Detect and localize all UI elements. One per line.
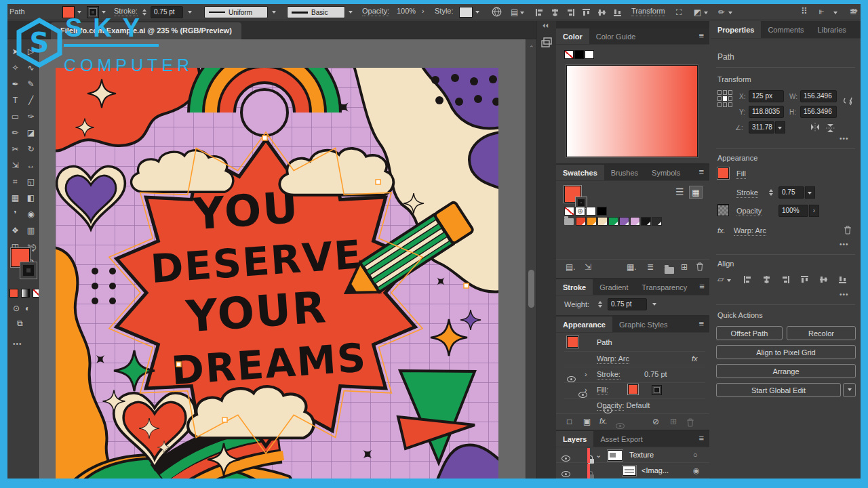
add-new-fill-icon[interactable]: ▣	[583, 417, 591, 426]
appearance-stroke-chip[interactable]	[652, 385, 662, 395]
opacity-panel-launcher[interactable]: ›	[422, 7, 425, 15]
stroke-color-swatch[interactable]	[87, 6, 99, 18]
transform-link[interactable]: Transform	[631, 7, 665, 16]
props-fill-label[interactable]: Fill	[736, 169, 746, 179]
reference-point-locator[interactable]	[717, 90, 732, 107]
fill-dropdown-icon[interactable]	[77, 11, 81, 16]
layer-row-image1[interactable]: <Imag... ◉	[556, 464, 709, 479]
tab-libraries[interactable]: Libraries	[811, 21, 853, 38]
swatch-color-2[interactable]	[597, 217, 608, 226]
line-segment-tool[interactable]: ╱	[23, 92, 39, 108]
duplicate-item-icon[interactable]: ⊞	[670, 417, 677, 426]
width-profile-select[interactable]: Uniform	[204, 6, 268, 18]
fill-expand-icon[interactable]: ›	[585, 386, 587, 394]
swatch-white[interactable]	[586, 207, 596, 216]
document-setup-icon[interactable]: ▤	[511, 7, 518, 17]
stroke-dropdown-icon[interactable]	[102, 11, 106, 16]
props-opacity-panel-launcher[interactable]: ›	[809, 205, 819, 217]
swatch-registration[interactable]: ⊕	[575, 207, 585, 216]
arrange-button[interactable]: Arrange	[716, 364, 856, 378]
clear-appearance-icon[interactable]: ⊘	[652, 417, 659, 426]
swatch-color-5[interactable]	[630, 217, 640, 226]
stroke-color-indicator[interactable]	[20, 262, 37, 279]
align-right-icon[interactable]	[781, 274, 790, 287]
swatch-color-4[interactable]	[619, 217, 629, 226]
color-black-chip[interactable]	[574, 50, 584, 59]
eraser-tool[interactable]: ◪	[23, 125, 39, 141]
swatch-libraries-icon[interactable]: ▤.	[566, 262, 576, 272]
gradient-tool[interactable]: ◧	[23, 190, 39, 206]
color-white-chip[interactable]	[585, 50, 594, 59]
props-warp-link[interactable]: Warp: Arc	[734, 226, 766, 236]
stroke-weight-panel-stepper[interactable]	[598, 299, 602, 310]
isolate-dropdown-icon[interactable]	[728, 12, 732, 16]
layer-thumbnail[interactable]	[608, 450, 623, 461]
color-group-folder-icon[interactable]	[564, 218, 574, 225]
props-opacity-chip[interactable]	[717, 205, 729, 216]
layer-thumbnail[interactable]	[623, 466, 636, 476]
layer-row-texture[interactable]: ⌄ Texture ○	[556, 448, 709, 463]
opacity-label[interactable]: Opacity:	[362, 7, 389, 16]
style-dropdown-icon[interactable]	[475, 11, 479, 16]
rectangle-tool[interactable]: ▭	[7, 108, 23, 125]
color-spectrum-field[interactable]	[566, 65, 698, 157]
angle-input[interactable]: 311.78	[749, 121, 774, 134]
scroll-up-icon[interactable]: ⌃	[529, 45, 534, 52]
tab-color-guide[interactable]: Color Guide	[589, 28, 643, 44]
toolbar-more-icon[interactable]: •••	[13, 340, 22, 348]
swatch-color-1[interactable]	[587, 217, 597, 226]
add-new-stroke-icon[interactable]: □	[567, 417, 572, 426]
start-global-edit-button[interactable]: Start Global Edit	[716, 383, 841, 397]
artboard-artwork[interactable]: YOU DESERVE YOUR DREAMS	[56, 68, 498, 479]
scissors-tool[interactable]: ✂	[7, 141, 23, 157]
recolor-artwork-icon[interactable]	[492, 7, 502, 17]
select-similar-icon[interactable]: ◩	[694, 7, 701, 17]
swatch-color-6[interactable]	[641, 217, 651, 226]
stroke-panel-menu-icon[interactable]: ≡	[694, 279, 710, 295]
warp-visibility-icon[interactable]	[567, 376, 576, 382]
stroke-weight-stepper[interactable]	[142, 6, 146, 18]
layer-expand-icon[interactable]: ⌄	[595, 451, 601, 460]
appearance-opacity-row[interactable]: Opacity: Default	[597, 401, 650, 409]
direct-selection-tool[interactable]: ▷	[23, 43, 39, 60]
y-input[interactable]: 118.8035	[749, 106, 784, 118]
color-none-chip[interactable]	[564, 50, 574, 59]
tab-properties[interactable]: Properties	[711, 21, 761, 38]
swatch-none[interactable]	[564, 207, 574, 216]
props-stroke-stepper[interactable]	[769, 186, 773, 199]
h-input[interactable]: 156.3496	[800, 106, 837, 118]
tab-appearance[interactable]: Appearance	[556, 317, 612, 332]
swatch-color-0[interactable]	[576, 217, 586, 226]
isolate-mode-icon[interactable]: ✏	[718, 7, 725, 17]
lasso-tool[interactable]: ∿	[23, 60, 39, 76]
align-bottom-icon[interactable]	[838, 274, 847, 287]
draw-behind-mode-icon[interactable]: ◐	[25, 304, 30, 313]
artboards-panel-icon[interactable]	[540, 36, 553, 49]
swatch-kind-icon[interactable]: ▦.	[627, 262, 637, 272]
layer-visibility-icon[interactable]	[561, 471, 570, 477]
align-to-pixel-grid-button[interactable]: Align to Pixel Grid	[716, 345, 856, 359]
tab-brushes[interactable]: Brushes	[604, 165, 645, 180]
align-right-icon[interactable]	[566, 7, 575, 20]
swatches-panel-menu-icon[interactable]: ≡	[693, 165, 709, 180]
shape-builder-tool[interactable]: ◱	[23, 174, 39, 190]
workspace-switcher-icon[interactable]: ⫦	[819, 7, 824, 16]
brush-select[interactable]: Basic	[287, 6, 345, 18]
offset-path-button[interactable]: Offset Path	[716, 326, 783, 340]
stroke-weight-dropdown-icon[interactable]	[188, 11, 192, 16]
curvature-tool[interactable]: ✎	[23, 76, 39, 92]
pen-tool[interactable]: ✒	[7, 76, 23, 92]
swap-fill-stroke-icon[interactable]: ⤸	[32, 243, 37, 252]
delete-swatch-icon[interactable]	[696, 262, 704, 271]
bounding-box-icon[interactable]: ⛶	[676, 7, 682, 17]
appearance-panel-menu-icon[interactable]: ≡	[693, 317, 709, 332]
tab-stroke[interactable]: Stroke	[556, 279, 593, 295]
angle-dropdown-box[interactable]	[775, 121, 785, 134]
select-similar-dropdown-icon[interactable]	[704, 12, 708, 16]
brush-dropdown-icon[interactable]	[349, 11, 353, 16]
align-bottom-icon[interactable]	[613, 7, 622, 20]
tab-symbols[interactable]: Symbols	[645, 165, 687, 180]
type-tool[interactable]: T	[7, 92, 23, 108]
align-vertical-center-icon[interactable]	[819, 274, 828, 287]
appearance-warp-row[interactable]: Warp: Arc	[597, 354, 629, 364]
